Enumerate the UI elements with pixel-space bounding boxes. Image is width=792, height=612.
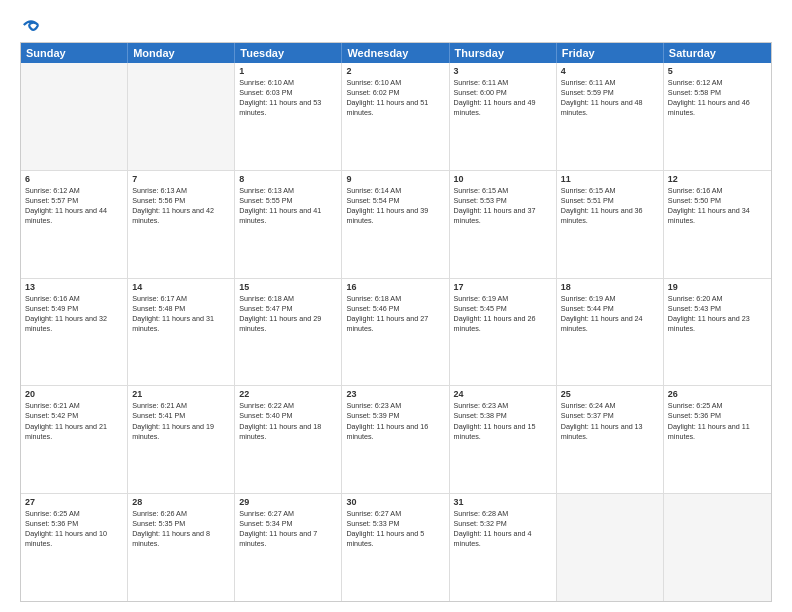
calendar-cell	[128, 63, 235, 170]
day-number: 17	[454, 282, 552, 292]
calendar-cell: 26Sunrise: 6:25 AM Sunset: 5:36 PM Dayli…	[664, 386, 771, 493]
calendar-cell: 1Sunrise: 6:10 AM Sunset: 6:03 PM Daylig…	[235, 63, 342, 170]
calendar-cell: 3Sunrise: 6:11 AM Sunset: 6:00 PM Daylig…	[450, 63, 557, 170]
calendar-cell: 10Sunrise: 6:15 AM Sunset: 5:53 PM Dayli…	[450, 171, 557, 278]
cell-info: Sunrise: 6:27 AM Sunset: 5:33 PM Dayligh…	[346, 509, 444, 549]
day-number: 27	[25, 497, 123, 507]
cell-info: Sunrise: 6:18 AM Sunset: 5:47 PM Dayligh…	[239, 294, 337, 334]
cell-info: Sunrise: 6:10 AM Sunset: 6:02 PM Dayligh…	[346, 78, 444, 118]
day-number: 16	[346, 282, 444, 292]
calendar-row-2: 6Sunrise: 6:12 AM Sunset: 5:57 PM Daylig…	[21, 171, 771, 279]
cell-info: Sunrise: 6:23 AM Sunset: 5:39 PM Dayligh…	[346, 401, 444, 441]
day-number: 1	[239, 66, 337, 76]
cell-info: Sunrise: 6:13 AM Sunset: 5:55 PM Dayligh…	[239, 186, 337, 226]
cell-info: Sunrise: 6:27 AM Sunset: 5:34 PM Dayligh…	[239, 509, 337, 549]
calendar-cell: 8Sunrise: 6:13 AM Sunset: 5:55 PM Daylig…	[235, 171, 342, 278]
day-number: 5	[668, 66, 767, 76]
calendar-cell: 17Sunrise: 6:19 AM Sunset: 5:45 PM Dayli…	[450, 279, 557, 386]
calendar-cell: 13Sunrise: 6:16 AM Sunset: 5:49 PM Dayli…	[21, 279, 128, 386]
day-number: 18	[561, 282, 659, 292]
cell-info: Sunrise: 6:21 AM Sunset: 5:42 PM Dayligh…	[25, 401, 123, 441]
calendar-cell: 30Sunrise: 6:27 AM Sunset: 5:33 PM Dayli…	[342, 494, 449, 601]
cell-info: Sunrise: 6:10 AM Sunset: 6:03 PM Dayligh…	[239, 78, 337, 118]
header-cell-saturday: Saturday	[664, 43, 771, 63]
day-number: 4	[561, 66, 659, 76]
logo	[20, 16, 40, 34]
cell-info: Sunrise: 6:12 AM Sunset: 5:57 PM Dayligh…	[25, 186, 123, 226]
cell-info: Sunrise: 6:14 AM Sunset: 5:54 PM Dayligh…	[346, 186, 444, 226]
calendar-cell: 19Sunrise: 6:20 AM Sunset: 5:43 PM Dayli…	[664, 279, 771, 386]
header-cell-monday: Monday	[128, 43, 235, 63]
day-number: 28	[132, 497, 230, 507]
day-number: 31	[454, 497, 552, 507]
calendar-cell: 18Sunrise: 6:19 AM Sunset: 5:44 PM Dayli…	[557, 279, 664, 386]
cell-info: Sunrise: 6:28 AM Sunset: 5:32 PM Dayligh…	[454, 509, 552, 549]
cell-info: Sunrise: 6:19 AM Sunset: 5:45 PM Dayligh…	[454, 294, 552, 334]
day-number: 3	[454, 66, 552, 76]
day-number: 29	[239, 497, 337, 507]
calendar-cell: 24Sunrise: 6:23 AM Sunset: 5:38 PM Dayli…	[450, 386, 557, 493]
cell-info: Sunrise: 6:18 AM Sunset: 5:46 PM Dayligh…	[346, 294, 444, 334]
cell-info: Sunrise: 6:12 AM Sunset: 5:58 PM Dayligh…	[668, 78, 767, 118]
cell-info: Sunrise: 6:19 AM Sunset: 5:44 PM Dayligh…	[561, 294, 659, 334]
cell-info: Sunrise: 6:25 AM Sunset: 5:36 PM Dayligh…	[25, 509, 123, 549]
logo-text	[20, 16, 40, 34]
day-number: 19	[668, 282, 767, 292]
calendar-cell	[21, 63, 128, 170]
calendar-cell: 2Sunrise: 6:10 AM Sunset: 6:02 PM Daylig…	[342, 63, 449, 170]
day-number: 20	[25, 389, 123, 399]
cell-info: Sunrise: 6:15 AM Sunset: 5:53 PM Dayligh…	[454, 186, 552, 226]
calendar-cell: 22Sunrise: 6:22 AM Sunset: 5:40 PM Dayli…	[235, 386, 342, 493]
page: SundayMondayTuesdayWednesdayThursdayFrid…	[0, 0, 792, 612]
day-number: 15	[239, 282, 337, 292]
cell-info: Sunrise: 6:20 AM Sunset: 5:43 PM Dayligh…	[668, 294, 767, 334]
logo-icon	[22, 16, 40, 34]
day-number: 30	[346, 497, 444, 507]
cell-info: Sunrise: 6:13 AM Sunset: 5:56 PM Dayligh…	[132, 186, 230, 226]
cell-info: Sunrise: 6:23 AM Sunset: 5:38 PM Dayligh…	[454, 401, 552, 441]
calendar-cell	[664, 494, 771, 601]
header-cell-tuesday: Tuesday	[235, 43, 342, 63]
calendar-cell: 25Sunrise: 6:24 AM Sunset: 5:37 PM Dayli…	[557, 386, 664, 493]
calendar-cell: 7Sunrise: 6:13 AM Sunset: 5:56 PM Daylig…	[128, 171, 235, 278]
day-number: 12	[668, 174, 767, 184]
calendar-cell: 31Sunrise: 6:28 AM Sunset: 5:32 PM Dayli…	[450, 494, 557, 601]
calendar-cell: 23Sunrise: 6:23 AM Sunset: 5:39 PM Dayli…	[342, 386, 449, 493]
calendar-row-4: 20Sunrise: 6:21 AM Sunset: 5:42 PM Dayli…	[21, 386, 771, 494]
calendar-cell: 27Sunrise: 6:25 AM Sunset: 5:36 PM Dayli…	[21, 494, 128, 601]
cell-info: Sunrise: 6:11 AM Sunset: 6:00 PM Dayligh…	[454, 78, 552, 118]
calendar-row-1: 1Sunrise: 6:10 AM Sunset: 6:03 PM Daylig…	[21, 63, 771, 171]
day-number: 13	[25, 282, 123, 292]
calendar-cell: 15Sunrise: 6:18 AM Sunset: 5:47 PM Dayli…	[235, 279, 342, 386]
cell-info: Sunrise: 6:25 AM Sunset: 5:36 PM Dayligh…	[668, 401, 767, 441]
calendar-cell: 20Sunrise: 6:21 AM Sunset: 5:42 PM Dayli…	[21, 386, 128, 493]
day-number: 26	[668, 389, 767, 399]
day-number: 22	[239, 389, 337, 399]
calendar-cell: 28Sunrise: 6:26 AM Sunset: 5:35 PM Dayli…	[128, 494, 235, 601]
day-number: 14	[132, 282, 230, 292]
calendar: SundayMondayTuesdayWednesdayThursdayFrid…	[20, 42, 772, 602]
calendar-cell: 6Sunrise: 6:12 AM Sunset: 5:57 PM Daylig…	[21, 171, 128, 278]
cell-info: Sunrise: 6:11 AM Sunset: 5:59 PM Dayligh…	[561, 78, 659, 118]
cell-info: Sunrise: 6:17 AM Sunset: 5:48 PM Dayligh…	[132, 294, 230, 334]
calendar-cell: 9Sunrise: 6:14 AM Sunset: 5:54 PM Daylig…	[342, 171, 449, 278]
cell-info: Sunrise: 6:15 AM Sunset: 5:51 PM Dayligh…	[561, 186, 659, 226]
day-number: 25	[561, 389, 659, 399]
header-cell-thursday: Thursday	[450, 43, 557, 63]
header-cell-wednesday: Wednesday	[342, 43, 449, 63]
calendar-cell: 12Sunrise: 6:16 AM Sunset: 5:50 PM Dayli…	[664, 171, 771, 278]
day-number: 23	[346, 389, 444, 399]
calendar-cell: 16Sunrise: 6:18 AM Sunset: 5:46 PM Dayli…	[342, 279, 449, 386]
day-number: 2	[346, 66, 444, 76]
calendar-cell: 29Sunrise: 6:27 AM Sunset: 5:34 PM Dayli…	[235, 494, 342, 601]
day-number: 6	[25, 174, 123, 184]
header-cell-sunday: Sunday	[21, 43, 128, 63]
cell-info: Sunrise: 6:16 AM Sunset: 5:50 PM Dayligh…	[668, 186, 767, 226]
calendar-cell: 14Sunrise: 6:17 AM Sunset: 5:48 PM Dayli…	[128, 279, 235, 386]
day-number: 24	[454, 389, 552, 399]
calendar-header: SundayMondayTuesdayWednesdayThursdayFrid…	[21, 43, 771, 63]
cell-info: Sunrise: 6:21 AM Sunset: 5:41 PM Dayligh…	[132, 401, 230, 441]
calendar-cell: 21Sunrise: 6:21 AM Sunset: 5:41 PM Dayli…	[128, 386, 235, 493]
day-number: 10	[454, 174, 552, 184]
day-number: 11	[561, 174, 659, 184]
